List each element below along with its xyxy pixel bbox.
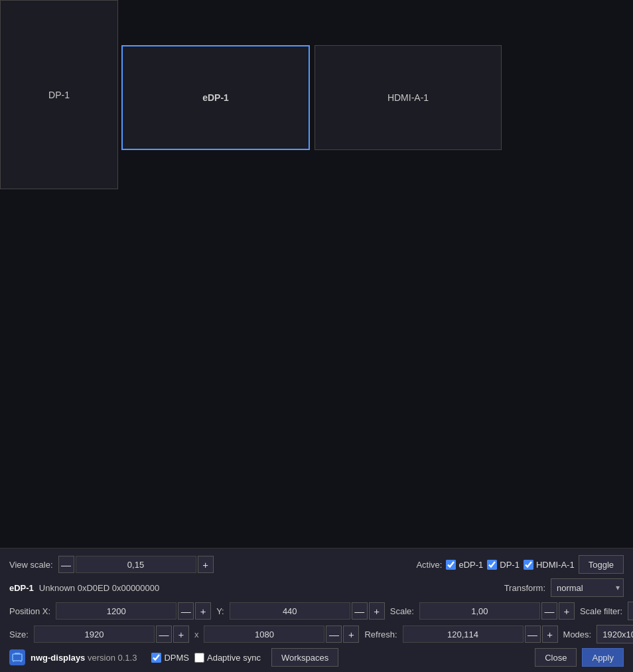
active-dp1-text: DP-1	[500, 560, 520, 570]
size-width-input[interactable]	[34, 626, 155, 643]
active-label: Active:	[416, 560, 442, 570]
position-x-spinbox: — +	[56, 602, 211, 620]
svg-rect-0	[13, 654, 22, 661]
position-x-increase[interactable]: +	[195, 602, 211, 620]
monitor-edp1[interactable]: eDP-1	[121, 45, 310, 150]
transform-group: Transform: normal 90 180 270 flipped fli…	[504, 578, 624, 597]
adaptive-sync-label-text: Adaptive sync	[207, 653, 261, 663]
scale-increase[interactable]: +	[559, 602, 575, 620]
position-x-decrease[interactable]: —	[178, 602, 194, 620]
size-height-input[interactable]	[204, 626, 324, 643]
refresh-increase[interactable]: +	[542, 626, 558, 643]
active-edp1-checkbox[interactable]	[446, 560, 456, 570]
monitor-hdmi1-label: HDMI-A-1	[387, 92, 429, 103]
row-monitor-id: eDP-1 Unknown 0xD0ED 0x00000000 Transfor…	[9, 578, 624, 597]
view-scale-decrease[interactable]: —	[58, 556, 74, 573]
monitor-edp1-label: eDP-1	[202, 92, 229, 103]
view-scale-input[interactable]	[76, 556, 196, 573]
position-y-spinbox: — +	[230, 602, 385, 620]
row-size: Size: — + x — + Refresh: — + Modes: 1920…	[9, 625, 624, 643]
row-bottom: nwg-displays version 0.1.3 DPMS Adaptive…	[9, 648, 624, 667]
position-y-increase[interactable]: +	[369, 602, 385, 620]
refresh-label: Refresh:	[364, 630, 397, 639]
dpms-checkbox-label[interactable]: DPMS	[151, 653, 189, 663]
app-name: nwg-displays	[31, 653, 85, 663]
toggle-button[interactable]: Toggle	[579, 555, 624, 574]
controls-panel: View scale: — + Active: eDP-1 DP-1 HDMI-…	[0, 548, 633, 672]
modes-label: Modes:	[563, 630, 592, 639]
active-dp1-checkbox[interactable]	[487, 560, 497, 570]
transform-select[interactable]: normal 90 180 270 flipped flipped-90 fli…	[551, 578, 624, 597]
scale-filter-select[interactable]: nearest linear bilinear	[628, 602, 633, 620]
active-dp1-checkbox-label[interactable]: DP-1	[487, 560, 520, 570]
position-y-label: Y:	[216, 606, 224, 616]
scale-input[interactable]	[419, 602, 540, 620]
app-logo	[9, 649, 25, 665]
dpms-checkbox[interactable]	[151, 653, 161, 663]
active-hdmi1-checkbox[interactable]	[524, 560, 533, 570]
main-actions: Close Apply	[535, 648, 624, 667]
active-hdmi1-checkbox-label[interactable]: HDMI-A-1	[524, 560, 575, 570]
adaptive-sync-checkbox[interactable]	[194, 653, 204, 663]
size-height-decrease[interactable]: —	[326, 626, 342, 643]
transform-label: Transform:	[504, 583, 545, 593]
active-edp1-text: eDP-1	[458, 560, 483, 570]
apply-button[interactable]: Apply	[582, 648, 624, 667]
refresh-decrease[interactable]: —	[525, 626, 541, 643]
size-height-spinbox: — +	[204, 626, 359, 643]
app-version-text: nwg-displays version 0.1.3	[31, 653, 137, 663]
size-width-spinbox: — +	[34, 626, 189, 643]
monitor-area: DP-1 eDP-1 HDMI-A-1	[0, 0, 633, 548]
position-x-input[interactable]	[56, 602, 176, 620]
active-edp1-checkbox-label[interactable]: eDP-1	[446, 560, 483, 570]
workspaces-button[interactable]: Workspaces	[271, 648, 338, 667]
monitor-dp1[interactable]: DP-1	[0, 0, 118, 189]
app-version: version 0.1.3	[88, 653, 137, 663]
scale-filter-label: Scale filter:	[580, 606, 622, 616]
size-label: Size:	[9, 630, 29, 639]
row-position: Position X: — + Y: — + Scale: — + Scale …	[9, 602, 624, 620]
modes-select-wrapper: 1920x1080@120.114Hz 1920x1080@60Hz 2560x…	[597, 625, 633, 643]
scale-decrease[interactable]: —	[541, 602, 557, 620]
dpms-label-text: DPMS	[164, 653, 189, 663]
size-height-increase[interactable]: +	[343, 626, 359, 643]
close-button[interactable]: Close	[535, 648, 577, 667]
refresh-input[interactable]	[403, 626, 524, 643]
scale-label: Scale:	[390, 606, 414, 616]
selected-monitor-info: Unknown 0xD0ED 0x00000000	[39, 583, 159, 593]
selected-monitor-id: eDP-1	[9, 583, 34, 593]
view-scale-label: View scale:	[9, 560, 53, 570]
size-width-decrease[interactable]: —	[156, 626, 172, 643]
active-group: Active: eDP-1 DP-1 HDMI-A-1 Toggle	[416, 555, 624, 574]
monitor-hdmi1[interactable]: HDMI-A-1	[315, 45, 502, 150]
transform-select-wrapper: normal 90 180 270 flipped flipped-90 fli…	[551, 578, 624, 597]
position-y-decrease[interactable]: —	[352, 602, 368, 620]
refresh-spinbox: — +	[403, 626, 558, 643]
view-scale-increase[interactable]: +	[198, 556, 214, 573]
adaptive-sync-checkbox-label[interactable]: Adaptive sync	[194, 653, 261, 663]
monitor-dp1-label: DP-1	[48, 90, 70, 100]
view-scale-spinbox: — +	[58, 556, 214, 573]
svg-rect-1	[15, 653, 20, 654]
size-divider: x	[194, 630, 199, 639]
active-hdmi1-text: HDMI-A-1	[536, 560, 575, 570]
scale-filter-select-wrapper: nearest linear bilinear	[628, 602, 633, 620]
row-viewscale: View scale: — + Active: eDP-1 DP-1 HDMI-…	[9, 555, 624, 574]
scale-spinbox: — +	[419, 602, 575, 620]
app-logo-icon	[12, 652, 23, 663]
modes-select[interactable]: 1920x1080@120.114Hz 1920x1080@60Hz 2560x…	[597, 625, 633, 643]
position-x-label: Position X:	[9, 606, 50, 616]
size-width-increase[interactable]: +	[173, 626, 189, 643]
position-y-input[interactable]	[230, 602, 350, 620]
